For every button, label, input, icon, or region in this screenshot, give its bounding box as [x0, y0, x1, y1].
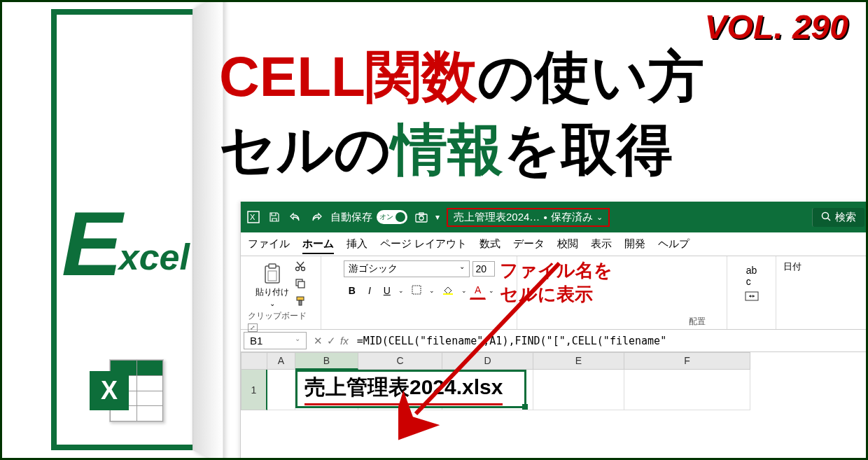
- font-size-select[interactable]: 20: [472, 261, 495, 277]
- col-header-b[interactable]: B: [295, 352, 358, 370]
- alignment-group-label: 配置: [689, 314, 706, 328]
- door-open-graphic: [192, 0, 223, 460]
- cut-icon[interactable]: [295, 260, 306, 274]
- annotation-line2: セルに表示: [500, 283, 612, 307]
- menu-formulas[interactable]: 数式: [479, 237, 500, 251]
- svg-rect-18: [412, 286, 421, 294]
- underline-button[interactable]: U: [379, 282, 396, 299]
- svg-point-5: [822, 212, 829, 218]
- svg-rect-8: [269, 264, 276, 268]
- title-get: を取得: [503, 118, 673, 181]
- col-header-c[interactable]: C: [358, 352, 442, 370]
- toggle-switch[interactable]: オン: [377, 210, 407, 224]
- selected-cell-overlay[interactable]: 売上管理表2024.xlsx: [295, 370, 526, 408]
- italic-button[interactable]: I: [363, 282, 376, 299]
- filename-highlighted[interactable]: 売上管理表2024… • 保存済み ⌄: [447, 208, 610, 227]
- camera-icon[interactable]: [414, 210, 428, 224]
- title-bar: X 自動保存 オン ▾ 売上管理表2024… • 保存済み ⌄: [241, 202, 868, 232]
- svg-rect-9: [268, 271, 276, 281]
- annotation-text: ファイル名を セルに表示: [500, 259, 612, 307]
- filename-text: 売上管理表2024…: [454, 211, 540, 224]
- toggle-on-label: オン: [379, 212, 393, 222]
- redo-icon[interactable]: [309, 210, 323, 224]
- merge-icon[interactable]: [745, 291, 759, 303]
- title-cell-function: CELL関数: [219, 46, 477, 108]
- date-format-label[interactable]: 日付: [783, 260, 802, 273]
- wrap-text-icon[interactable]: abc: [746, 265, 757, 287]
- svg-point-11: [302, 267, 305, 271]
- search-icon: [821, 211, 831, 223]
- number-group: 日付: [776, 256, 808, 329]
- chevron-down-icon: ⌄: [596, 213, 603, 222]
- col-header-a[interactable]: A: [267, 352, 295, 370]
- annotation-line1: ファイル名を: [500, 259, 612, 283]
- fill-color-button[interactable]: [438, 282, 458, 300]
- menu-file[interactable]: ファイル: [248, 237, 290, 251]
- copy-icon[interactable]: [295, 278, 306, 291]
- title-cell-no: セルの: [219, 118, 391, 181]
- volume-label: VOL. 290: [705, 8, 848, 46]
- sheet-grid: A B C D E F 1 売上管理表2024.xlsx: [241, 352, 868, 410]
- select-all-corner[interactable]: [241, 352, 267, 370]
- logo-letter-e: E: [62, 193, 122, 295]
- menu-page-layout[interactable]: ページ レイアウト: [380, 237, 467, 251]
- ribbon: 貼り付け ⌄ クリップボード ⤢ 游ゴシック ⌄ 20 B I U⌄ ⌄: [241, 256, 868, 330]
- font-name-select[interactable]: 游ゴシック ⌄: [344, 260, 470, 277]
- clipboard-group: 貼り付け ⌄ クリップボード ⤢: [241, 256, 321, 329]
- misc-group: abc: [727, 256, 776, 329]
- menu-data[interactable]: データ: [513, 237, 545, 251]
- fill-handle[interactable]: [522, 404, 528, 410]
- name-box[interactable]: B1 ⌄: [244, 332, 307, 349]
- svg-point-10: [296, 267, 300, 271]
- col-header-f[interactable]: F: [624, 352, 750, 370]
- column-headers: A B C D E F: [241, 352, 868, 370]
- border-button[interactable]: [407, 282, 426, 300]
- format-painter-icon[interactable]: [295, 295, 306, 309]
- excel-app-icon: X: [90, 356, 167, 426]
- main-title: CELL関数の使い方 セルの情報を取得: [219, 41, 704, 186]
- excel-window: X 自動保存 オン ▾ 売上管理表2024… • 保存済み ⌄: [240, 202, 868, 460]
- formula-input[interactable]: =MID(CELL("filename",A1),FIND("[",CELL("…: [353, 333, 868, 349]
- menu-home[interactable]: ホーム: [302, 237, 334, 251]
- title-usage: の使い方: [477, 46, 704, 108]
- svg-line-6: [828, 218, 831, 221]
- menu-view[interactable]: 表示: [591, 237, 612, 251]
- confirm-formula-icon[interactable]: ✓: [327, 335, 336, 347]
- menu-bar: ファイル ホーム 挿入 ページ レイアウト 数式 データ 校閲 表示 開発 ヘル…: [241, 232, 868, 256]
- font-color-button[interactable]: A: [470, 281, 486, 300]
- svg-point-3: [419, 216, 424, 221]
- svg-rect-16: [297, 297, 304, 300]
- autosave-toggle[interactable]: 自動保存 オン: [330, 210, 407, 224]
- menu-developer[interactable]: 開発: [624, 237, 645, 251]
- menu-review[interactable]: 校閲: [557, 237, 578, 251]
- menu-help[interactable]: ヘルプ: [658, 237, 690, 251]
- qat-overflow-icon[interactable]: ▾: [435, 212, 440, 222]
- cell-a1[interactable]: [267, 370, 295, 410]
- autosave-label: 自動保存: [330, 211, 372, 224]
- save-icon[interactable]: [267, 210, 281, 224]
- paste-button[interactable]: 貼り付け ⌄: [255, 263, 289, 307]
- row-header-1[interactable]: 1: [241, 370, 267, 410]
- excel-icon-x: X: [90, 371, 129, 410]
- cancel-formula-icon[interactable]: ✕: [314, 335, 323, 347]
- fx-icon[interactable]: fx: [340, 335, 349, 347]
- title-info: 情報: [391, 118, 503, 181]
- paste-label: 貼り付け: [255, 286, 289, 298]
- saved-status: 保存済み: [551, 211, 593, 224]
- excel-title-icon: X: [246, 210, 260, 224]
- logo-xcel: xcel: [119, 237, 190, 277]
- col-header-e[interactable]: E: [533, 352, 624, 370]
- svg-rect-17: [299, 300, 302, 305]
- font-group: 游ゴシック ⌄ 20 B I U⌄ ⌄ ⌄ A⌄: [321, 256, 517, 329]
- undo-icon[interactable]: [288, 210, 302, 224]
- cell-f1[interactable]: [624, 370, 750, 410]
- cell-e1[interactable]: [533, 370, 624, 410]
- search-box[interactable]: 検索: [812, 208, 864, 227]
- svg-text:X: X: [250, 213, 255, 221]
- cell-b1-value: 売上管理表2024.xlsx: [304, 373, 503, 405]
- col-header-d[interactable]: D: [442, 352, 533, 370]
- bold-button[interactable]: B: [344, 282, 360, 299]
- svg-rect-19: [443, 293, 453, 295]
- svg-rect-15: [298, 281, 304, 288]
- menu-insert[interactable]: 挿入: [346, 237, 368, 251]
